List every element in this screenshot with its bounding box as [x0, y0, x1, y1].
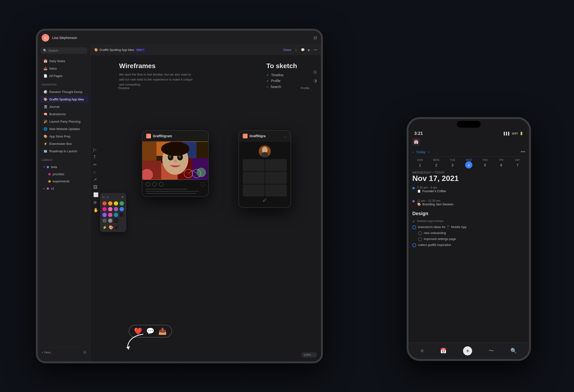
more-icon[interactable]: •••	[314, 48, 317, 52]
task-text-3[interactable]: collect graffiti inspiration	[418, 243, 451, 247]
frame-header: 🎨 Graffitigram	[142, 131, 208, 141]
swatch-pink[interactable]	[102, 207, 107, 211]
day-num[interactable]: 6	[498, 161, 505, 169]
sidebar-item-all-pages[interactable]: 📄 All Pages	[40, 72, 88, 79]
swatch-rose[interactable]	[108, 213, 112, 217]
swatch-violet[interactable]	[102, 213, 107, 217]
day-num[interactable]: 1	[416, 161, 424, 169]
sidebar-item-roadmap[interactable]: 🗺️ Roadmap to Launch	[40, 147, 88, 155]
checklist-item-label: Search	[270, 85, 281, 89]
sidebar-item-website[interactable]: 🌐 New Website Updates	[40, 125, 88, 132]
task-text-2a[interactable]: new onboarding	[424, 231, 446, 235]
sidebar-item-eisenhower[interactable]: ⚡ Eisenhower Box	[40, 140, 88, 147]
color-close-icon[interactable]: ✕	[121, 195, 124, 199]
frame-line	[146, 193, 196, 194]
day-num[interactable]: 7	[514, 161, 521, 169]
tab-icon: 🎨	[94, 48, 98, 52]
swatch-cyan[interactable]	[114, 213, 118, 217]
sidebar-item-appstore[interactable]: 🎨 App Store Prep	[40, 133, 88, 140]
cursor-tool[interactable]: ▷	[93, 147, 99, 152]
settings-icon[interactable]: ⚙	[83, 350, 86, 355]
sidebar-item-experiments[interactable]: experiments	[40, 178, 88, 185]
app-icon-calendar[interactable]: 📅	[412, 138, 420, 146]
swatch-yellow[interactable]	[114, 201, 118, 206]
swatch-orange[interactable]	[108, 201, 112, 206]
text-tool[interactable]: T	[93, 155, 99, 160]
zoom-minus-icon[interactable]: −	[313, 353, 315, 357]
profile-more: …	[283, 134, 287, 138]
sidebar-item-daily-notes[interactable]: 📅 Daily Notes	[40, 57, 88, 64]
scene: L Lisa Stephenson ⊟ 🔍 Search 📅 Daily Not…	[24, 17, 550, 375]
search-input[interactable]: Search	[48, 49, 58, 52]
sidebar-item-launch[interactable]: 🎉 Launch Party Planning	[40, 118, 88, 125]
lightning-icon[interactable]: ⚡	[102, 225, 107, 230]
sidebar-item-random[interactable]: 🎲 Random Thought Dump	[40, 88, 88, 95]
day-num[interactable]: 5	[481, 161, 489, 169]
shape-icon[interactable]: ◇	[106, 195, 109, 199]
sidebar-item-brainstorms[interactable]: 🧠 Brainstorms	[40, 110, 88, 118]
day-header: WED	[461, 158, 476, 161]
sidebar-toggle-icon[interactable]: ⊟	[313, 35, 317, 40]
swatch-blue[interactable]	[120, 207, 124, 211]
brainstorms-icon: 🧠	[43, 112, 47, 116]
swatch-purple[interactable]	[114, 207, 118, 211]
sidebar-item-graffiti[interactable]: 🎨 Graffiti Spotting App Idea	[40, 96, 88, 103]
task-text-2b[interactable]: improved settings page	[424, 237, 456, 241]
cal-more-icon[interactable]: •••	[521, 149, 525, 155]
checklist-item-label: Profile	[271, 79, 281, 83]
frame-tool[interactable]: ⬜	[93, 192, 99, 197]
task-text-2[interactable]: brainstorm ideas for 📱 Mobile App	[418, 225, 466, 229]
roadmap-icon: 🗺️	[43, 149, 47, 153]
swatch-darkgray[interactable]	[102, 218, 107, 223]
frame-tool-icon[interactable]: ⊞	[313, 69, 317, 75]
task-item-2a: new onboarding	[418, 231, 525, 235]
pen-tool[interactable]: ✏	[93, 162, 99, 167]
sidebar-item-label: All Pages	[49, 74, 62, 78]
sidebar-item-inbox[interactable]: 📥 Inbox	[40, 65, 88, 72]
event-name-2[interactable]: 🎨 Branding Jam Session	[417, 202, 453, 206]
swatch-black[interactable]	[120, 213, 124, 217]
svg-rect-1	[142, 142, 156, 161]
new-button[interactable]: + New...	[41, 351, 53, 354]
swatch-gray[interactable]	[108, 218, 112, 223]
pen-icon[interactable]: ✏	[102, 195, 105, 199]
play-icon[interactable]: ▶	[308, 48, 310, 52]
sidebar-item-beta[interactable]: ▾ beta	[40, 163, 88, 170]
cal-next-arrow[interactable]: ›	[428, 150, 429, 154]
task-text-1[interactable]: finalize logo comps	[417, 219, 444, 223]
share-icon[interactable]: 📤	[158, 327, 167, 335]
menu-icon[interactable]: ≡	[421, 348, 424, 354]
day-num[interactable]: 2	[433, 161, 440, 169]
cal-today-btn[interactable]: Today	[416, 150, 426, 154]
share-button[interactable]: Share	[283, 48, 291, 52]
search-bar[interactable]: 🔍 Search	[41, 47, 87, 54]
connect-tool[interactable]: ⊕	[93, 200, 99, 205]
day-num[interactable]: 3	[449, 161, 456, 169]
theme-icon[interactable]: ◑	[313, 78, 317, 83]
swatch-red[interactable]	[102, 201, 107, 206]
shape-tool[interactable]: ○	[93, 170, 99, 175]
hand-tool[interactable]: ✋	[93, 207, 99, 213]
add-button[interactable]: +	[463, 346, 472, 355]
comment-icon[interactable]: 💬	[301, 48, 305, 52]
day-num-today[interactable]: 4	[465, 161, 472, 169]
calendar-icon[interactable]: 📅	[440, 348, 447, 354]
brush-icon[interactable]: 🖌	[115, 225, 119, 230]
event-name-1[interactable]: 📋 Founder's Coffee	[417, 189, 446, 193]
swatch-charcoal[interactable]	[114, 218, 118, 223]
signal-icon: ▌▌▌	[504, 132, 510, 135]
star-icon[interactable]: ☆	[295, 48, 298, 52]
arrow-tool[interactable]: ↗	[93, 177, 99, 182]
swatch-lightpink[interactable]	[108, 207, 112, 211]
day-header: FRI	[494, 158, 509, 161]
cal-prev-arrow[interactable]: ‹	[412, 150, 413, 154]
image-tool[interactable]: 🖼	[93, 185, 99, 190]
sidebar-item-priorities[interactable]: priorities	[40, 171, 88, 177]
sidebar-item-journal[interactable]: 📓 Journal	[40, 103, 88, 110]
swatch-green[interactable]	[120, 201, 124, 206]
wave-icon[interactable]: 〜	[489, 347, 494, 354]
search-icon-bottom[interactable]: 🔍	[510, 348, 517, 354]
sidebar-item-v1[interactable]: ▸ v1	[40, 185, 88, 192]
appstore-icon: 🎨	[43, 134, 47, 138]
paint-icon[interactable]: 🎨	[109, 225, 113, 230]
